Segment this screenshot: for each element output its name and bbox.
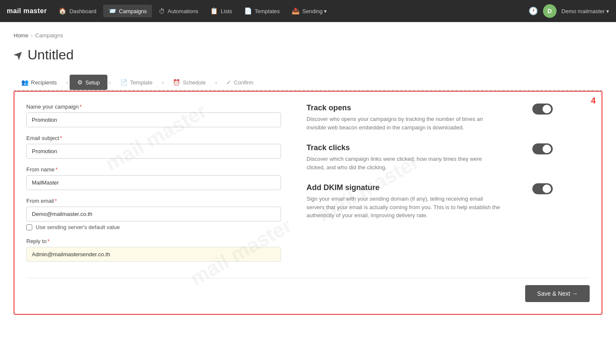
breadcrumb-home[interactable]: Home (14, 32, 28, 39)
step-confirm-label: Confirm (234, 79, 253, 86)
track-opens-slider (532, 104, 553, 115)
form-right: Track opens Discover who opens your camp… (307, 104, 553, 269)
dkim-slider (532, 183, 553, 194)
from-email-label: From email* (26, 198, 281, 204)
nav-templates[interactable]: 📄 Templates (239, 5, 285, 17)
step-setup-label: Setup (85, 79, 100, 86)
campaign-name-label: Name your campaign* (26, 104, 281, 110)
navbar: mail master 🏠 Dashboard 📨 Campaigns ⏱ Au… (0, 0, 616, 22)
form-layout: Name your campaign* Email subject* From … (26, 104, 590, 269)
form-footer: Save & Next → (26, 278, 590, 302)
nav-lists-label: Lists (221, 8, 232, 14)
track-opens-desc: Discover who opens your campaigns by tra… (307, 115, 502, 132)
dkim-desc: Sign your email with your sending domain… (307, 195, 502, 220)
dashboard-icon: 🏠 (59, 7, 67, 15)
from-email-input[interactable] (26, 207, 281, 221)
nav-templates-label: Templates (255, 8, 280, 14)
form-container: 4 mail master mail master mail master Na… (14, 91, 602, 315)
email-subject-group: Email subject* (26, 135, 281, 159)
step-number: 4 (591, 96, 596, 106)
email-subject-input[interactable] (26, 144, 281, 159)
nav-dashboard-label: Dashboard (69, 8, 96, 14)
campaigns-icon: 📨 (108, 7, 116, 15)
track-clicks-item: Track clicks Discover which campaign lin… (307, 143, 553, 171)
dkim-toggle[interactable] (532, 183, 553, 194)
track-opens-item: Track opens Discover who opens your camp… (307, 104, 553, 132)
confirm-step-icon: ✓ (226, 79, 231, 86)
default-server-checkbox[interactable] (26, 224, 32, 230)
track-opens-header: Track opens Discover who opens your camp… (307, 104, 553, 132)
track-clicks-slider (532, 143, 553, 154)
schedule-step-icon: ⏰ (173, 79, 180, 86)
step-schedule[interactable]: ⏰ Schedule (165, 75, 213, 90)
dkim-item: Add DKIM signature Sign your email with … (307, 183, 553, 220)
track-clicks-header: Track clicks Discover which campaign lin… (307, 143, 553, 171)
email-subject-label: Email subject* (26, 135, 281, 141)
user-label[interactable]: Demo mailmaster ▾ (562, 8, 609, 14)
brand-logo: mail master (7, 7, 47, 15)
track-clicks-toggle[interactable] (532, 143, 553, 154)
page-content: Home › Campaigns ➤ Untitled 👥 Recipients… (0, 22, 616, 364)
from-email-group: From email* Use sending server's default… (26, 198, 281, 230)
breadcrumb-current: Campaigns (35, 32, 63, 39)
campaign-name-input[interactable] (26, 112, 281, 127)
track-opens-content: Track opens Discover who opens your camp… (307, 104, 502, 132)
reply-to-group: Reply to* (26, 238, 281, 262)
breadcrumb-separator: › (31, 32, 33, 39)
step-confirm[interactable]: ✓ Confirm (219, 75, 261, 90)
step-recipients[interactable]: 👥 Recipients (14, 75, 65, 90)
step-arrow-2: › (107, 79, 113, 86)
automations-icon: ⏱ (159, 8, 165, 15)
nav-automations-label: Automations (168, 8, 198, 14)
wizard-steps: 👥 Recipients › ⚙ Setup › 📄 Template › ⏰ … (14, 75, 602, 90)
from-name-group: From name* (26, 166, 281, 190)
default-server-row: Use sending server's default value (26, 224, 281, 230)
nav-sending[interactable]: 📤 Sending ▾ (287, 5, 332, 17)
breadcrumb: Home › Campaigns (14, 32, 602, 39)
track-clicks-content: Track clicks Discover which campaign lin… (307, 143, 502, 171)
step-arrow-4: › (214, 79, 219, 86)
page-title-row: ➤ Untitled (14, 47, 602, 63)
save-next-label: Save & Next → (537, 290, 578, 297)
dkim-content: Add DKIM signature Sign your email with … (307, 183, 502, 220)
reply-to-label: Reply to* (26, 238, 281, 244)
nav-sending-label: Sending ▾ (302, 8, 327, 14)
from-name-input[interactable] (26, 175, 281, 190)
dkim-header: Add DKIM signature Sign your email with … (307, 183, 553, 220)
step-template-label: Template (130, 79, 152, 86)
nav-campaigns[interactable]: 📨 Campaigns (103, 5, 152, 17)
track-clicks-title: Track clicks (307, 143, 502, 152)
step-setup[interactable]: ⚙ Setup (70, 75, 107, 90)
nav-lists[interactable]: 📋 Lists (205, 5, 237, 17)
form-left: Name your campaign* Email subject* From … (26, 104, 281, 269)
step-template[interactable]: 📄 Template (113, 75, 160, 90)
template-step-icon: 📄 (120, 79, 127, 86)
history-icon[interactable]: 🕐 (529, 6, 538, 16)
step-recipients-label: Recipients (31, 79, 57, 86)
lists-icon: 📋 (210, 7, 218, 15)
default-server-label: Use sending server's default value (36, 224, 120, 230)
dkim-title: Add DKIM signature (307, 183, 502, 192)
page-title-icon: ➤ (10, 47, 27, 64)
step-schedule-label: Schedule (183, 79, 205, 86)
nav-campaigns-label: Campaigns (119, 8, 147, 14)
templates-icon: 📄 (244, 7, 252, 15)
save-next-button[interactable]: Save & Next → (525, 285, 590, 302)
step-arrow-3: › (160, 79, 165, 86)
reply-to-input[interactable] (26, 247, 281, 262)
navbar-right: 🕐 D Demo mailmaster ▾ (529, 4, 609, 18)
recipients-step-icon: 👥 (21, 79, 28, 86)
nav-automations[interactable]: ⏱ Automations (154, 5, 203, 17)
nav-dashboard[interactable]: 🏠 Dashboard (53, 5, 101, 17)
sending-icon: 📤 (292, 7, 300, 15)
track-opens-title: Track opens (307, 104, 502, 112)
from-name-label: From name* (26, 166, 281, 173)
step-arrow-1: › (65, 79, 70, 86)
campaign-name-group: Name your campaign* (26, 104, 281, 127)
track-opens-toggle[interactable] (532, 104, 553, 115)
page-title: Untitled (28, 47, 74, 63)
track-clicks-desc: Discover which campaign links were click… (307, 155, 502, 171)
user-avatar: D (543, 4, 557, 18)
setup-step-icon: ⚙ (77, 79, 83, 86)
